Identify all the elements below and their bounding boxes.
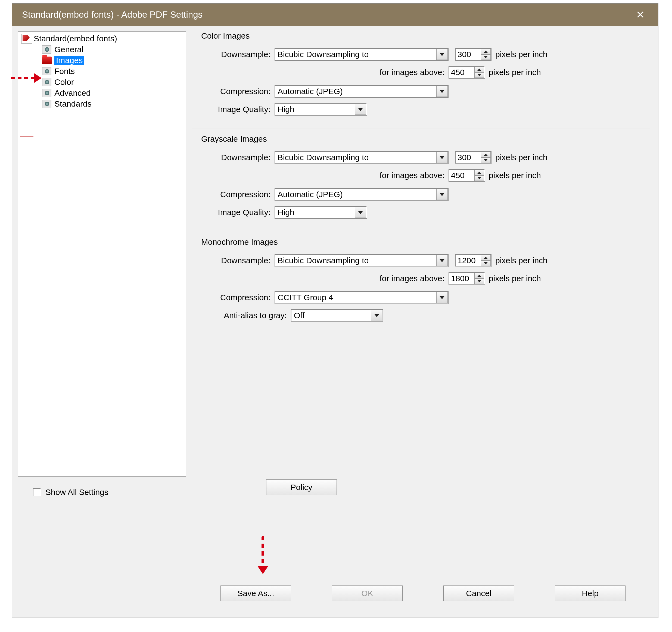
ppi-label: pixels per inch <box>491 153 548 162</box>
dropdown-arrow-icon[interactable] <box>371 310 383 321</box>
spin-down-icon[interactable] <box>474 72 484 78</box>
pdf-settings-dialog: Standard(embed fonts) - Adobe PDF Settin… <box>12 3 658 618</box>
tree-item-general[interactable]: General <box>40 44 184 55</box>
ppi-label: pixels per inch <box>491 50 548 59</box>
spin-down-icon[interactable] <box>474 175 484 181</box>
tree-item-label: Fonts <box>54 67 75 76</box>
compression-label: Compression: <box>198 87 274 96</box>
policy-label: Policy <box>291 483 312 492</box>
ppi-label: pixels per inch <box>491 256 548 265</box>
spin-up-icon[interactable] <box>481 152 491 158</box>
combo-value: Bicubic Downsampling to <box>278 256 369 265</box>
color-quality-combo[interactable]: High <box>274 103 367 116</box>
compression-label: Compression: <box>198 293 274 302</box>
grayscale-compression-combo[interactable]: Automatic (JPEG) <box>274 188 449 201</box>
dropdown-arrow-icon[interactable] <box>436 49 448 60</box>
mono-above-spinner[interactable] <box>449 272 485 285</box>
combo-value: Off <box>294 311 305 320</box>
spin-down-icon[interactable] <box>481 158 491 163</box>
combo-value: Bicubic Downsampling to <box>278 50 369 59</box>
tree-item-advanced[interactable]: Advanced <box>40 88 184 98</box>
settings-node-icon <box>42 100 51 108</box>
grayscale-dpi-input[interactable] <box>455 151 479 163</box>
combo-value: High <box>278 105 294 114</box>
grayscale-above-input[interactable] <box>449 169 473 181</box>
pdf-preset-icon <box>21 34 32 44</box>
mono-dpi-input[interactable] <box>455 255 479 266</box>
spin-up-icon[interactable] <box>474 170 484 175</box>
titlebar: Standard(embed fonts) - Adobe PDF Settin… <box>12 3 658 26</box>
tree-item-fonts[interactable]: Fonts <box>40 66 184 77</box>
mono-antialias-combo[interactable]: Off <box>291 309 383 322</box>
compression-label: Compression: <box>198 190 274 199</box>
downsample-label: Downsample: <box>198 256 274 265</box>
save-as-label: Save As... <box>237 589 274 598</box>
mono-dpi-spinner[interactable] <box>455 254 491 267</box>
spin-down-icon[interactable] <box>481 54 491 60</box>
settings-node-icon <box>42 45 51 53</box>
above-label: for images above: <box>198 68 449 77</box>
open-folder-icon <box>42 56 52 64</box>
combo-value: High <box>278 208 294 217</box>
spin-up-icon[interactable] <box>474 67 484 72</box>
checkbox-icon[interactable] <box>33 488 41 496</box>
combo-value: Automatic (JPEG) <box>278 87 343 96</box>
spin-up-icon[interactable] <box>481 49 491 54</box>
dropdown-arrow-icon[interactable] <box>355 207 366 218</box>
dropdown-arrow-icon[interactable] <box>355 104 366 115</box>
spin-down-icon[interactable] <box>474 279 484 284</box>
ok-button[interactable]: OK <box>332 585 403 601</box>
mono-above-input[interactable] <box>449 273 473 284</box>
cancel-button[interactable]: Cancel <box>443 585 514 601</box>
color-images-group: Color Images Downsample: Bicubic Downsam… <box>192 31 650 129</box>
tree-item-label: Images <box>54 56 84 65</box>
cancel-label: Cancel <box>466 589 491 598</box>
spin-up-icon[interactable] <box>474 273 484 279</box>
color-compression-combo[interactable]: Automatic (JPEG) <box>274 85 449 98</box>
above-label: for images above: <box>198 274 449 283</box>
tree-item-standards[interactable]: Standards <box>40 98 184 109</box>
ppi-label: pixels per inch <box>485 274 541 283</box>
combo-value: CCITT Group 4 <box>278 293 333 302</box>
tree-item-label: Color <box>54 77 74 87</box>
color-dpi-spinner[interactable] <box>455 48 491 61</box>
tree-item-color[interactable]: Color <box>40 77 184 88</box>
mono-compression-combo[interactable]: CCITT Group 4 <box>274 291 449 304</box>
monochrome-images-group: Monochrome Images Downsample: Bicubic Do… <box>192 237 650 335</box>
ok-label: OK <box>361 589 373 598</box>
grayscale-downsample-combo[interactable]: Bicubic Downsampling to <box>274 151 449 164</box>
combo-value: Automatic (JPEG) <box>278 190 343 199</box>
close-icon[interactable]: ✕ <box>631 8 650 21</box>
dropdown-arrow-icon[interactable] <box>436 152 448 163</box>
window-title: Standard(embed fonts) - Adobe PDF Settin… <box>22 9 202 20</box>
images-settings-panel: Color Images Downsample: Bicubic Downsam… <box>189 31 653 477</box>
help-button[interactable]: Help <box>555 585 625 601</box>
grayscale-dpi-spinner[interactable] <box>455 151 491 164</box>
grayscale-images-group: Grayscale Images Downsample: Bicubic Dow… <box>192 134 650 232</box>
save-as-button[interactable]: Save As... <box>220 585 291 601</box>
settings-node-icon <box>42 78 51 86</box>
settings-node-icon <box>42 89 51 97</box>
ppi-label: pixels per inch <box>485 68 541 77</box>
dropdown-arrow-icon[interactable] <box>436 292 448 303</box>
color-dpi-input[interactable] <box>455 48 479 61</box>
above-label: for images above: <box>198 171 449 180</box>
spin-up-icon[interactable] <box>481 255 491 260</box>
color-above-input[interactable] <box>449 66 473 78</box>
show-all-settings-checkbox[interactable]: Show All Settings <box>33 488 109 497</box>
tree-item-label: Standards <box>54 99 92 109</box>
policy-button[interactable]: Policy <box>266 479 337 495</box>
grayscale-above-spinner[interactable] <box>449 169 485 182</box>
dropdown-arrow-icon[interactable] <box>436 255 448 266</box>
color-downsample-combo[interactable]: Bicubic Downsampling to <box>274 48 449 61</box>
color-above-spinner[interactable] <box>449 66 485 78</box>
tree-item-images[interactable]: Images <box>40 55 184 66</box>
grayscale-quality-combo[interactable]: High <box>274 206 367 219</box>
quality-label: Image Quality: <box>198 105 274 114</box>
dropdown-arrow-icon[interactable] <box>436 86 448 97</box>
dropdown-arrow-icon[interactable] <box>436 189 448 200</box>
group-legend: Monochrome Images <box>198 237 281 247</box>
spin-down-icon[interactable] <box>481 260 491 266</box>
tree-root[interactable]: Standard(embed fonts) <box>20 33 184 44</box>
mono-downsample-combo[interactable]: Bicubic Downsampling to <box>274 254 449 267</box>
